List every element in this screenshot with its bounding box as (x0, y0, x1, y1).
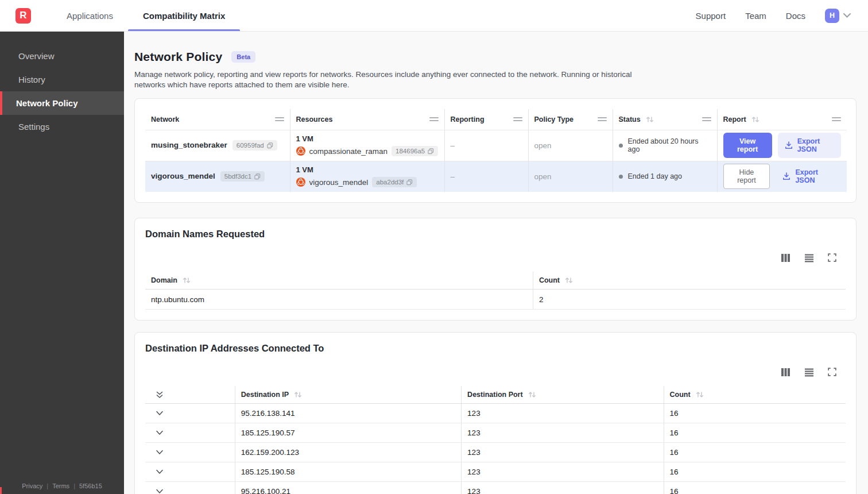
column-header-domain[interactable]: Domain (145, 272, 533, 289)
tab-applications[interactable]: Applications (52, 0, 128, 31)
reporting-value: – (444, 161, 528, 192)
sidebar: Overview History Network Policy Settings… (0, 32, 124, 494)
domain-row: ntp.ubuntu.com 2 (145, 290, 846, 310)
privacy-link[interactable]: Privacy (22, 483, 42, 489)
copy-icon[interactable] (406, 179, 413, 186)
network-row[interactable]: musing_stonebraker60959fad 1 VM compassi… (145, 130, 847, 161)
ip-row: 185.125.190.58 123 16 (145, 462, 846, 482)
column-handle-icon[interactable] (275, 117, 284, 121)
status-cell: Ended about 20 hours ago (619, 137, 711, 153)
status-dot (619, 175, 623, 179)
sort-icon[interactable] (751, 116, 760, 123)
sidebar-item-overview[interactable]: Overview (0, 44, 124, 68)
column-header-status[interactable]: Status (613, 109, 717, 130)
column-label: Count (670, 391, 691, 399)
ip-row: 185.125.190.57 123 16 (145, 423, 846, 443)
column-label: Policy Type (534, 115, 574, 124)
app-logo[interactable]: R (16, 8, 31, 24)
ip-value: 95.216.138.141 (235, 404, 461, 423)
vm-name: vigorous_mendel (309, 178, 369, 187)
network-row[interactable]: vigorous_mendel5bdf3dc1 1 VM vigorous_me… (145, 161, 847, 192)
ip-value: 185.125.190.58 (235, 462, 461, 481)
network-name: musing_stonebraker (151, 141, 227, 149)
column-handle-icon[interactable] (513, 117, 522, 121)
sort-icon[interactable] (565, 277, 573, 284)
expand-all-header (145, 386, 235, 403)
ips-table: Destination IP Destination Port Count 95… (145, 386, 846, 494)
column-header-policy-type[interactable]: Policy Type (528, 109, 613, 130)
expand-row-icon[interactable] (154, 449, 165, 456)
copy-icon[interactable] (428, 148, 434, 155)
download-icon (785, 141, 793, 149)
nav-link-docs[interactable]: Docs (786, 11, 805, 21)
vm-count: 1 VM (296, 134, 439, 143)
column-label: Destination Port (467, 391, 523, 399)
column-header-reporting[interactable]: Reporting (444, 109, 528, 130)
rows-icon[interactable] (803, 252, 815, 264)
expand-fullscreen-icon[interactable] (827, 252, 838, 264)
count-value: 16 (664, 423, 846, 442)
nav-link-team[interactable]: Team (745, 11, 766, 21)
column-handle-icon[interactable] (702, 117, 711, 121)
vm-id: aba2dd3f (376, 179, 404, 186)
column-handle-icon[interactable] (429, 117, 439, 121)
port-value: 123 (461, 482, 663, 494)
column-header-count[interactable]: Count (533, 272, 846, 289)
hide-report-button[interactable]: Hide report (723, 164, 770, 189)
sort-icon[interactable] (646, 116, 654, 123)
column-header-resources[interactable]: Resources (290, 109, 444, 130)
column-label: Domain (151, 276, 177, 284)
column-header-report[interactable]: Report (717, 109, 847, 130)
sort-icon[interactable] (696, 391, 704, 398)
network-name: vigorous_mendel (151, 172, 215, 180)
rows-icon[interactable] (803, 366, 815, 378)
count-value: 16 (664, 404, 846, 423)
user-menu[interactable]: H (825, 9, 851, 23)
top-navigation: R Applications Compatibility Matrix Supp… (0, 0, 868, 32)
chevron-down-icon[interactable] (843, 13, 851, 18)
copy-icon[interactable] (267, 142, 273, 149)
count-value: 16 (664, 462, 846, 481)
sidebar-item-history[interactable]: History (0, 68, 124, 91)
expand-fullscreen-icon[interactable] (827, 366, 838, 378)
sidebar-item-network-policy[interactable]: Network Policy (0, 91, 124, 115)
column-label: Count (539, 276, 560, 284)
sort-icon[interactable] (294, 391, 302, 398)
avatar[interactable]: H (825, 9, 839, 23)
expand-all-icon[interactable] (154, 390, 165, 400)
status-dot (619, 144, 623, 148)
vm-id-pill: 184696a5 (392, 146, 438, 156)
column-handle-icon[interactable] (832, 117, 841, 121)
main-content: Network Policy Beta Manage network polic… (124, 32, 868, 494)
export-json-button[interactable]: Export JSON (776, 164, 841, 189)
column-header-destination-port[interactable]: Destination Port (461, 386, 663, 403)
tab-compatibility-matrix[interactable]: Compatibility Matrix (128, 0, 240, 31)
expand-row-icon[interactable] (154, 468, 165, 476)
expand-row-icon[interactable] (154, 410, 165, 417)
copy-icon[interactable] (254, 173, 261, 180)
expand-row-icon[interactable] (154, 488, 165, 494)
column-header-network[interactable]: Network (145, 109, 290, 130)
sidebar-item-settings[interactable]: Settings (0, 115, 124, 138)
terms-link[interactable]: Terms (52, 483, 69, 489)
column-label: Destination IP (241, 391, 289, 399)
columns-icon[interactable] (780, 366, 792, 378)
download-icon (782, 172, 790, 180)
column-header-destination-ip[interactable]: Destination IP (235, 386, 461, 403)
port-value: 123 (461, 443, 663, 462)
expand-row-icon[interactable] (154, 429, 165, 437)
view-report-button[interactable]: View report (723, 133, 772, 158)
count-value: 2 (533, 290, 846, 309)
beta-badge: Beta (231, 51, 255, 63)
status-text: Ended about 20 hours ago (628, 137, 711, 153)
nav-tabs: Applications Compatibility Matrix (52, 0, 240, 31)
card-title: Domain Names Requested (145, 229, 846, 240)
sort-icon[interactable] (183, 277, 191, 284)
columns-icon[interactable] (780, 252, 792, 264)
nav-link-support[interactable]: Support (696, 11, 726, 21)
column-header-count[interactable]: Count (664, 386, 846, 403)
export-json-button[interactable]: Export JSON (778, 133, 841, 158)
sort-icon[interactable] (528, 391, 536, 398)
vm-count: 1 VM (296, 165, 439, 174)
column-handle-icon[interactable] (598, 117, 607, 121)
